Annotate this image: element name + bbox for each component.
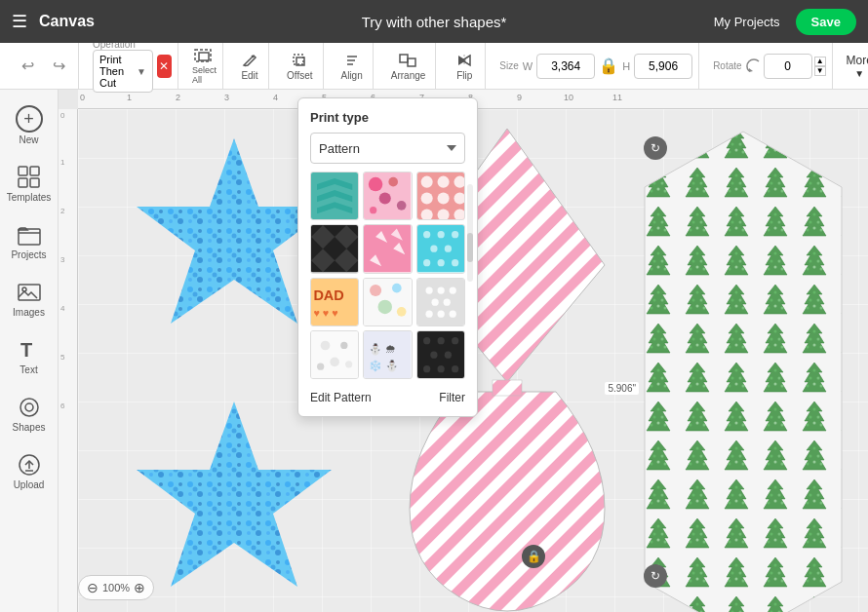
new-icon: +	[16, 105, 43, 133]
page-title: Try with other shapes*	[362, 14, 507, 30]
redo-button[interactable]: ↪	[45, 53, 72, 80]
arrange-label: Arrange	[391, 70, 426, 81]
canvas-area[interactable]: 0 1 2 3 4 5 6 7 8 9 10 11 0 1 2 3 4	[59, 90, 868, 612]
lock-handle[interactable]: 🔒	[522, 545, 545, 568]
arrange-button[interactable]: Arrange	[387, 50, 430, 83]
select-all-button[interactable]: Select All	[192, 48, 217, 85]
offset-button[interactable]: Offset	[283, 50, 317, 83]
panel-footer: Edit Pattern Filter	[310, 387, 465, 404]
svg-point-79	[392, 283, 402, 292]
nav-right: My Projects Save	[714, 9, 856, 35]
pattern-thumb-12[interactable]	[416, 330, 465, 379]
svg-point-106	[423, 365, 430, 372]
svg-point-90	[449, 310, 455, 317]
ruler-left: 0 1 2 3 4 5 6	[59, 109, 78, 612]
svg-point-95	[317, 363, 324, 370]
operation-select[interactable]: Print Then Cut ▼	[93, 50, 153, 93]
operation-value: Print Then Cut	[99, 54, 133, 89]
more-label: More	[847, 54, 868, 67]
svg-text:❄️ ⛄: ❄️ ⛄	[369, 359, 399, 372]
pattern-thumb-6[interactable]	[416, 224, 465, 273]
sidebar-item-images[interactable]: Images	[0, 272, 58, 325]
svg-text:DAD: DAD	[313, 287, 343, 302]
history-group: ↩ ↪	[8, 43, 79, 89]
lock-icon[interactable]: 🔒	[599, 57, 618, 75]
delete-button[interactable]: ✕	[157, 55, 172, 78]
svg-text:♥ ♥ ♥: ♥ ♥ ♥	[313, 306, 337, 318]
height-input[interactable]	[634, 54, 692, 79]
menu-icon[interactable]: ☰	[12, 11, 27, 32]
refresh-handle[interactable]: ↻	[644, 136, 667, 160]
toolbar: ↩ ↪ Operation Print Then Cut ▼ ✕ Select …	[0, 43, 868, 90]
more-button[interactable]: More ▼	[847, 54, 868, 79]
pattern-thumb-10[interactable]	[310, 330, 359, 379]
operation-arrow: ▼	[137, 66, 146, 77]
svg-point-44	[369, 177, 382, 191]
align-button[interactable]: Align	[337, 50, 367, 83]
zoom-value: 100%	[102, 582, 130, 593]
pattern-thumb-11[interactable]: ⛄ 🌨 ❄️ ⛄	[363, 330, 412, 379]
size-inputs: W 🔒 H	[523, 54, 692, 79]
rotate-icon	[746, 58, 762, 74]
pattern-type-select[interactable]: Pattern Solid Gradient	[310, 133, 465, 164]
arrange-icon	[398, 52, 419, 69]
rotate-down-button[interactable]: ▼	[814, 66, 826, 76]
edit-pattern-link[interactable]: Edit Pattern	[310, 391, 372, 404]
pattern-thumb-1[interactable]	[310, 172, 359, 220]
pattern-thumb-9[interactable]	[416, 278, 465, 326]
undo-button[interactable]: ↩	[14, 53, 41, 80]
pattern-thumb-7[interactable]: DAD ♥ ♥ ♥	[310, 278, 359, 326]
svg-point-96	[345, 361, 352, 367]
svg-point-20	[25, 403, 33, 411]
svg-point-66	[423, 231, 430, 238]
edit-button[interactable]: Edit	[237, 50, 262, 83]
zoom-out-button[interactable]: ⊖	[87, 580, 99, 595]
scrollbar[interactable]	[467, 184, 473, 282]
sidebar-item-templates[interactable]: Templates	[0, 157, 58, 210]
rotate-handle[interactable]: ↻	[644, 564, 667, 588]
pattern-thumb-3[interactable]	[416, 172, 465, 220]
flip-button[interactable]: Flip	[450, 50, 479, 83]
green-hex-shape[interactable]	[639, 124, 848, 612]
svg-point-68	[452, 231, 458, 238]
align-label: Align	[341, 70, 363, 81]
sidebar-item-new[interactable]: + New	[0, 97, 58, 153]
svg-point-53	[420, 193, 432, 205]
zoom-in-button[interactable]: ⊕	[134, 580, 145, 595]
svg-point-45	[389, 177, 399, 187]
rotate-spinner: ▲ ▼	[814, 57, 826, 76]
svg-rect-60	[364, 225, 411, 272]
rotate-up-button[interactable]: ▲	[814, 57, 826, 66]
left-sidebar: + New Templates Projects	[0, 90, 59, 612]
my-projects-link[interactable]: My Projects	[714, 15, 780, 29]
sidebar-item-projects[interactable]: Projects	[0, 214, 58, 268]
flip-icon	[454, 52, 475, 69]
svg-point-107	[437, 365, 444, 372]
sidebar-item-images-label: Images	[13, 307, 45, 318]
align-icon	[343, 52, 361, 69]
pattern-thumb-5[interactable]	[363, 224, 412, 273]
pattern-thumb-8[interactable]	[363, 278, 412, 326]
offset-label: Offset	[287, 70, 313, 81]
svg-rect-97	[364, 331, 411, 378]
scrollbar-thumb[interactable]	[467, 233, 473, 262]
sidebar-item-upload[interactable]: Upload	[0, 444, 58, 498]
rotate-group: Rotate ▲ ▼	[707, 43, 832, 89]
rotate-input[interactable]	[764, 54, 812, 79]
sidebar-item-text[interactable]: T Text	[0, 329, 58, 383]
sidebar-item-shapes[interactable]: Shapes	[0, 387, 58, 440]
svg-rect-15	[19, 229, 40, 245]
svg-point-71	[423, 259, 430, 266]
svg-point-50	[420, 176, 432, 188]
svg-point-101	[423, 337, 430, 344]
svg-rect-11	[19, 167, 27, 175]
save-button[interactable]: Save	[796, 9, 856, 35]
rotate-controls: ▲ ▼	[746, 54, 826, 79]
filter-link[interactable]: Filter	[439, 391, 465, 404]
svg-point-19	[20, 399, 38, 416]
pattern-thumb-2[interactable]	[363, 172, 412, 220]
width-input[interactable]	[536, 54, 595, 79]
pattern-thumb-4[interactable]	[310, 224, 359, 273]
svg-point-94	[330, 358, 339, 367]
svg-point-88	[425, 310, 432, 317]
